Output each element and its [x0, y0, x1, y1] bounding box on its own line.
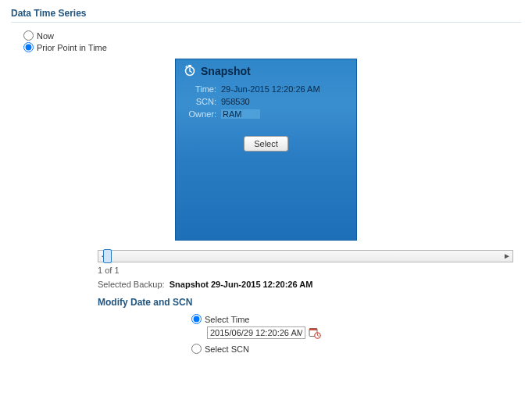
modify-group: Select Time Select SCN [191, 314, 521, 354]
section-title: Data Time Series [11, 8, 521, 23]
svg-rect-1 [188, 65, 191, 66]
svg-rect-3 [309, 329, 317, 331]
calendar-clock-icon[interactable] [309, 326, 321, 339]
timeline-container: ◄ ► [98, 250, 513, 262]
radio-now-label: Now [37, 31, 54, 41]
radio-prior[interactable] [23, 42, 34, 52]
radio-select-scn[interactable] [191, 344, 202, 354]
snapshot-icon [184, 64, 196, 78]
radio-prior-label: Prior Point in Time [37, 43, 107, 52]
point-in-time-radio-group: Now Prior Point in Time [23, 30, 521, 52]
selected-backup-value: Snapshot 29-Jun-2015 12:20:26 AM [170, 280, 313, 289]
pager-text: 1 of 1 [98, 266, 521, 275]
select-button[interactable]: Select [244, 136, 288, 152]
radio-select-scn-label: Select SCN [205, 344, 249, 354]
timeline-handle[interactable] [103, 249, 112, 263]
snapshot-time-value: 29-Jun-2015 12:20:26 AM [221, 84, 320, 94]
snapshot-scn-value: 958530 [221, 97, 250, 106]
snapshot-area: Snapshot Time: 29-Jun-2015 12:20:26 AM S… [11, 59, 521, 241]
modify-title: Modify Date and SCN [98, 297, 521, 308]
radio-now[interactable] [23, 30, 34, 41]
snapshot-card: Snapshot Time: 29-Jun-2015 12:20:26 AM S… [175, 59, 357, 241]
selected-backup: Selected Backup: Snapshot 29-Jun-2015 12… [98, 280, 521, 289]
radio-select-time[interactable] [191, 314, 202, 324]
snapshot-title: Snapshot [201, 65, 251, 77]
snapshot-scn-label: SCN: [184, 97, 216, 106]
snapshot-owner-value: RAM [221, 109, 260, 119]
timeline-right-arrow[interactable]: ► [503, 252, 511, 260]
datetime-input[interactable] [207, 326, 305, 339]
selected-backup-label: Selected Backup: [98, 280, 165, 289]
timeline-scrollbar[interactable]: ◄ ► [98, 250, 513, 262]
radio-select-time-label: Select Time [205, 315, 249, 324]
snapshot-time-label: Time: [184, 84, 216, 94]
snapshot-owner-label: Owner: [184, 109, 216, 119]
